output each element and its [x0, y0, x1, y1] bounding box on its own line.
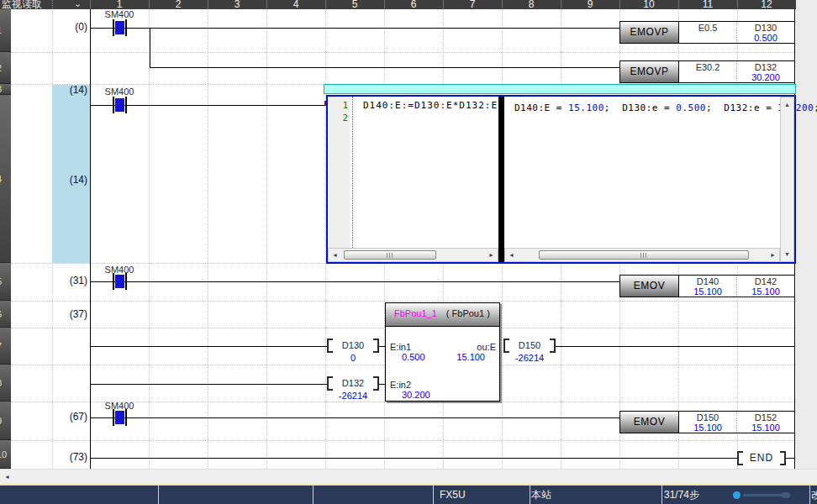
- chevron-down-icon[interactable]: ⌄: [74, 0, 82, 9]
- wire: [150, 67, 619, 68]
- scroll-left-icon[interactable]: ◄: [329, 249, 341, 261]
- wire: [90, 346, 328, 347]
- scroll-left-icon[interactable]: ◄: [1, 470, 13, 484]
- end-instruction[interactable]: END: [737, 451, 786, 465]
- zoom-slider-end: [782, 492, 790, 498]
- column-header-1: 1: [90, 0, 149, 9]
- st-panel-splitter[interactable]: [498, 97, 504, 262]
- step-number: (31): [50, 276, 87, 286]
- column-header-5: 5: [325, 0, 384, 9]
- contact-sm400[interactable]: [113, 273, 127, 290]
- st-monitor-text: D140:E = 15.100; D130:e = 0.500; D132:e …: [514, 102, 817, 113]
- fb-input-value-2: 30.200: [402, 390, 430, 400]
- row-number-8[interactable]: 8: [0, 365, 11, 402]
- row-number-9[interactable]: 9: [0, 402, 11, 440]
- st-monitor-v-scrollbar[interactable]: ▲ ▼: [780, 97, 794, 262]
- contact-sm400[interactable]: [113, 19, 127, 36]
- ladder-h-scrollbar[interactable]: ◄: [0, 469, 817, 484]
- st-code-text[interactable]: D140:E:=D130:E*D132:E;: [363, 100, 504, 111]
- row-number-3[interactable]: 3: [0, 84, 11, 95]
- step-count-label: 31/74步: [664, 486, 699, 504]
- device-value: -26214: [327, 391, 379, 401]
- scrollbar-thumb[interactable]: [539, 250, 749, 260]
- instruction-emovp-1[interactable]: EMOVP E0.5 D1300.500: [619, 21, 795, 44]
- device-bracket-d132[interactable]: D132: [327, 376, 379, 391]
- wire: [90, 458, 739, 459]
- row-number-4[interactable]: 4: [0, 95, 11, 263]
- operand-cell[interactable]: E0.5: [679, 22, 736, 43]
- column-header-6: 6: [384, 0, 443, 9]
- step-number: (0): [50, 22, 87, 33]
- instruction-name[interactable]: EMOV: [620, 412, 679, 433]
- device-bracket-d150[interactable]: D150: [503, 339, 556, 353]
- operand-cell[interactable]: D1300.500: [736, 22, 794, 43]
- st-gutter-divider: [352, 97, 353, 248]
- scroll-up-icon[interactable]: ▲: [781, 98, 793, 111]
- instruction-emov-1[interactable]: EMOV D14015.100 D14215.100: [619, 275, 795, 297]
- column-header-12: 12: [737, 0, 796, 9]
- row-number-2[interactable]: 2: [0, 52, 11, 84]
- right-gutter: [796, 0, 817, 484]
- instruction-name[interactable]: EMOVP: [620, 61, 679, 82]
- step-number: (73): [50, 452, 87, 463]
- operand-cell[interactable]: D14015.100: [679, 276, 736, 297]
- contact-on-state: [115, 98, 124, 112]
- scroll-right-icon[interactable]: ►: [767, 249, 779, 261]
- column-header-7: 7: [443, 0, 502, 9]
- contact-device-label: SM400: [98, 87, 141, 97]
- scroll-down-icon[interactable]: ▼: [781, 248, 793, 260]
- column-header-4: 4: [266, 0, 325, 9]
- instruction-name[interactable]: EMOVP: [620, 22, 679, 43]
- step-number: (14): [50, 175, 87, 186]
- operand-cell[interactable]: D13230.200: [736, 61, 794, 82]
- column-ruler: 监视读取 ⌄ 1 2 3 4 5 6 7 8 9 10 11 12: [0, 0, 796, 9]
- row-number-6[interactable]: 6: [0, 301, 11, 328]
- contact-on-state: [115, 411, 124, 424]
- instruction-name[interactable]: EMOV: [620, 276, 679, 297]
- row-number-5[interactable]: 5: [0, 263, 11, 301]
- monitor-mode-label: 监视读取: [2, 0, 42, 9]
- st-monitor-h-scrollbar[interactable]: ◄ ►: [504, 248, 780, 262]
- step-number: (14): [50, 85, 87, 96]
- row-number-1[interactable]: 1: [0, 9, 11, 52]
- zoom-slider-track[interactable]: [743, 494, 783, 496]
- wire: [555, 346, 795, 347]
- scrollbar-thumb[interactable]: [344, 250, 436, 260]
- st-inline-box[interactable]: [326, 95, 796, 264]
- plc-type-label: FX5U: [440, 486, 466, 504]
- st-line-number: 1: [328, 99, 348, 112]
- fb-output-pin: ou:E: [477, 342, 496, 352]
- fb-input-value-1: 0.500: [402, 352, 425, 362]
- fb-input-pin-1: E:in1: [390, 342, 411, 352]
- column-header-11: 11: [678, 0, 737, 9]
- instruction-emovp-2[interactable]: EMOVP E30.2 D13230.200: [619, 60, 795, 83]
- instruction-emov-2[interactable]: EMOV D15015.100 D15215.100: [619, 411, 795, 433]
- st-line-number: 2: [328, 112, 348, 124]
- plc-ladder-editor-window: 监视读取 ⌄ 1 2 3 4 5 6 7 8 9 10 11 12 1 2 3 …: [0, 0, 817, 504]
- operand-cell[interactable]: D14215.100: [736, 276, 794, 297]
- operand-cell[interactable]: D15015.100: [679, 412, 736, 433]
- row-number-7[interactable]: 7: [0, 328, 11, 365]
- step-number: (67): [50, 412, 87, 423]
- st-code-h-scrollbar[interactable]: ◄ ►: [328, 248, 498, 262]
- fb-type-name: ( FbPou1 ): [446, 308, 490, 318]
- step-number: (37): [50, 309, 87, 320]
- device-value: 0: [327, 353, 379, 363]
- zoom-slider-thumb[interactable]: [733, 491, 741, 499]
- contact-sm400[interactable]: [113, 409, 127, 426]
- contact-sm400[interactable]: [113, 97, 127, 113]
- wire: [378, 384, 385, 385]
- fb-output-value: 15.100: [456, 352, 485, 362]
- scroll-right-icon[interactable]: ►: [485, 249, 498, 261]
- column-header-10: 10: [619, 0, 678, 9]
- fb-instance-name: FbPou1_1: [394, 308, 437, 318]
- operand-cell[interactable]: E30.2: [679, 61, 736, 82]
- function-block-fbpou1[interactable]: FbPou1_1 ( FbPou1 ) E:in1 0.500 ou:E 15.…: [385, 302, 500, 402]
- device-bracket-d130[interactable]: D130: [327, 339, 379, 353]
- status-bar: FX5U 本站 31/74步 改写: [0, 486, 817, 504]
- wire: [785, 458, 795, 459]
- operand-cell[interactable]: D15215.100: [736, 412, 794, 433]
- st-box-title-bar[interactable]: [324, 84, 796, 94]
- scroll-left-icon[interactable]: ◄: [505, 249, 518, 261]
- row-number-10[interactable]: 10: [0, 440, 11, 469]
